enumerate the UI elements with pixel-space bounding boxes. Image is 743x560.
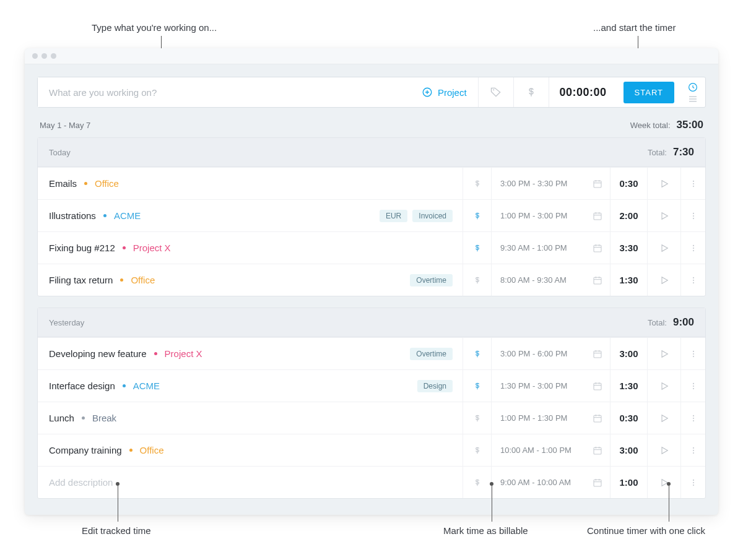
billable-button[interactable] bbox=[514, 77, 549, 107]
date-picker-button[interactable] bbox=[585, 168, 610, 199]
entry-duration[interactable]: 2:00 bbox=[610, 200, 647, 231]
tag[interactable]: Invoiced bbox=[412, 210, 453, 222]
tag[interactable]: EUR bbox=[380, 210, 407, 222]
entry-project[interactable]: Office bbox=[140, 445, 164, 455]
date-picker-button[interactable] bbox=[585, 434, 610, 466]
entry-description[interactable]: Illustrations bbox=[49, 210, 96, 221]
dollar-icon bbox=[473, 275, 482, 286]
entry-time-range[interactable]: 8:00 AM - 9:30 AM bbox=[491, 264, 585, 296]
date-picker-button[interactable] bbox=[585, 402, 610, 434]
continue-button[interactable] bbox=[647, 467, 680, 498]
entry-tags: EURInvoiced bbox=[380, 210, 453, 222]
entry-time-range[interactable]: 3:00 PM - 3:30 PM bbox=[491, 168, 585, 199]
entry-duration[interactable]: 3:30 bbox=[610, 232, 647, 264]
continue-button[interactable] bbox=[647, 168, 680, 199]
date-picker-button[interactable] bbox=[585, 370, 610, 402]
entry-menu-button[interactable] bbox=[680, 200, 705, 231]
entry-description[interactable]: Filing tax return bbox=[49, 275, 113, 285]
billable-toggle[interactable] bbox=[463, 264, 491, 296]
entry-description[interactable]: Emails bbox=[49, 178, 77, 189]
entry-project[interactable]: Project X bbox=[133, 243, 171, 253]
entry-time-range[interactable]: 1:00 PM - 1:30 PM bbox=[491, 402, 585, 434]
entry-menu-button[interactable] bbox=[680, 434, 705, 466]
entry-time-range[interactable]: 3:00 PM - 6:00 PM bbox=[491, 338, 585, 369]
entry-menu-button[interactable] bbox=[680, 232, 705, 264]
entry-menu-button[interactable] bbox=[680, 264, 705, 296]
entry-time-range[interactable]: 9:30 AM - 1:00 PM bbox=[491, 232, 585, 264]
entry-duration[interactable]: 1:30 bbox=[610, 264, 647, 296]
list-icon[interactable] bbox=[687, 95, 698, 103]
svg-rect-16 bbox=[594, 213, 601, 220]
calendar-icon bbox=[593, 275, 602, 285]
date-picker-button[interactable] bbox=[585, 338, 610, 369]
billable-toggle[interactable] bbox=[463, 338, 491, 369]
entry-menu-button[interactable] bbox=[680, 338, 705, 369]
entry-project[interactable]: ACME bbox=[133, 381, 160, 391]
entry-description[interactable]: Add description bbox=[49, 477, 113, 488]
entry-project[interactable]: Break bbox=[92, 413, 116, 423]
billable-toggle[interactable] bbox=[463, 168, 491, 199]
date-picker-button[interactable] bbox=[585, 200, 610, 231]
start-button[interactable]: START bbox=[624, 82, 674, 103]
tracker-bar: Project 00:00:00 S bbox=[37, 77, 706, 108]
svg-point-15 bbox=[692, 186, 693, 187]
date-picker-button[interactable] bbox=[585, 467, 610, 498]
continue-button[interactable] bbox=[647, 402, 680, 434]
entry-description[interactable]: Lunch bbox=[49, 413, 74, 423]
continue-button[interactable] bbox=[647, 370, 680, 402]
annotation-start-timer: ...and start the timer bbox=[593, 22, 676, 33]
timer-display[interactable]: 00:00:00 bbox=[549, 77, 617, 107]
entry-project[interactable]: Office bbox=[131, 275, 155, 285]
entry-menu-button[interactable] bbox=[680, 467, 705, 498]
calendar-icon bbox=[593, 349, 602, 359]
svg-marker-28 bbox=[662, 244, 667, 251]
svg-point-62 bbox=[692, 417, 693, 418]
entry-project[interactable]: ACME bbox=[114, 210, 141, 221]
entry-description[interactable]: Interface design bbox=[49, 381, 115, 391]
project-select[interactable]: Project bbox=[411, 77, 478, 107]
entry-description[interactable]: Developing new feature bbox=[49, 348, 147, 359]
entry-duration[interactable]: 3:00 bbox=[610, 434, 647, 466]
entry-time-range[interactable]: 1:00 PM - 3:00 PM bbox=[491, 200, 585, 231]
task-input[interactable] bbox=[38, 77, 411, 107]
continue-button[interactable] bbox=[647, 200, 680, 231]
entry-time-range[interactable]: 10:00 AM - 1:00 PM bbox=[491, 434, 585, 466]
billable-toggle[interactable] bbox=[463, 402, 491, 434]
continue-button[interactable] bbox=[647, 434, 680, 466]
entry-project[interactable]: Office bbox=[95, 178, 119, 189]
tag[interactable]: Overtime bbox=[410, 274, 453, 286]
entry-duration[interactable]: 0:30 bbox=[610, 402, 647, 434]
calendar-icon bbox=[593, 211, 602, 221]
billable-toggle[interactable] bbox=[463, 200, 491, 231]
billable-toggle[interactable] bbox=[463, 467, 491, 498]
entry-menu-button[interactable] bbox=[680, 168, 705, 199]
entry-project[interactable]: Project X bbox=[165, 348, 202, 359]
tag[interactable]: Design bbox=[417, 380, 453, 392]
entry-description[interactable]: Fixing bug #212 bbox=[49, 243, 115, 253]
continue-button[interactable] bbox=[647, 338, 680, 369]
entry-menu-button[interactable] bbox=[680, 370, 705, 402]
tag[interactable]: Overtime bbox=[410, 348, 453, 360]
entry-duration[interactable]: 3:00 bbox=[610, 338, 647, 369]
svg-point-14 bbox=[692, 183, 693, 184]
clock-icon[interactable] bbox=[687, 82, 698, 93]
more-vertical-icon bbox=[689, 243, 698, 254]
continue-button[interactable] bbox=[647, 232, 680, 264]
entry-menu-button[interactable] bbox=[680, 402, 705, 434]
tag-button[interactable] bbox=[479, 77, 513, 107]
entry-time-range[interactable]: 1:30 PM - 3:00 PM bbox=[491, 370, 585, 402]
billable-toggle[interactable] bbox=[463, 232, 491, 264]
svg-rect-24 bbox=[594, 245, 601, 252]
entry-duration[interactable]: 1:00 bbox=[610, 467, 647, 498]
entry-duration[interactable]: 1:30 bbox=[610, 370, 647, 402]
calendar-icon bbox=[593, 179, 602, 189]
entry-time-range[interactable]: 9:00 AM - 10:00 AM bbox=[491, 467, 585, 498]
date-picker-button[interactable] bbox=[585, 232, 610, 264]
billable-toggle[interactable] bbox=[463, 434, 491, 466]
date-picker-button[interactable] bbox=[585, 264, 610, 296]
entry-description[interactable]: Company training bbox=[49, 445, 122, 455]
entry-duration[interactable]: 0:30 bbox=[610, 168, 647, 199]
calendar-icon bbox=[593, 413, 602, 423]
billable-toggle[interactable] bbox=[463, 370, 491, 402]
continue-button[interactable] bbox=[647, 264, 680, 296]
